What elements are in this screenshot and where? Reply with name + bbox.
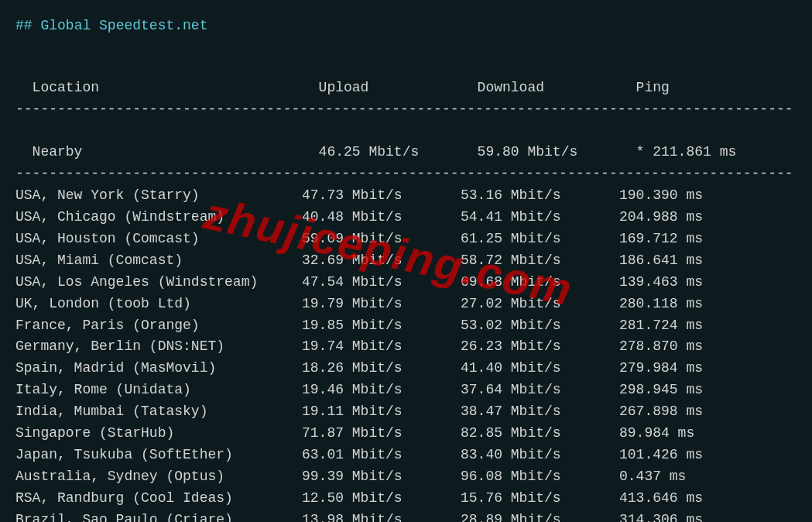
row-ping: 169.712 ms [619, 228, 703, 250]
row-upload: 47.73 Mbit/s [302, 185, 461, 207]
row-ping: 281.724 ms [619, 315, 703, 337]
row-upload: 40.48 Mbit/s [302, 207, 461, 228]
row-location: USA, Chicago (Windstream) [15, 207, 302, 228]
row-ping: 413.646 ms [619, 488, 703, 510]
nearby-location: Nearby [33, 142, 319, 163]
row-location: Italy, Rome (Unidata) [15, 379, 302, 401]
row-upload: 32.69 Mbit/s [302, 250, 461, 272]
table-row: RSA, Randburg (Cool Ideas)12.50 Mbit/s15… [15, 488, 797, 510]
row-ping: 314.306 ms [619, 510, 703, 522]
row-location: Germany, Berlin (DNS:NET) [15, 336, 302, 358]
row-location: India, Mumbai (Tatasky) [15, 401, 302, 423]
row-ping: 89.984 ms [619, 423, 694, 445]
row-download: 15.76 Mbit/s [461, 488, 619, 510]
table-row: France, Paris (Orange)19.85 Mbit/s53.02 … [15, 315, 797, 337]
row-ping: 279.984 ms [619, 358, 703, 379]
table-row: Italy, Rome (Unidata)19.46 Mbit/s37.64 M… [15, 379, 797, 401]
table-row: USA, Houston (Comcast)59.09 Mbit/s61.25 … [15, 228, 797, 250]
row-download: 37.64 Mbit/s [461, 379, 619, 401]
row-upload: 19.79 Mbit/s [302, 294, 461, 315]
row-ping: 0.437 ms [619, 466, 686, 488]
table-row: USA, Miami (Comcast)32.69 Mbit/s58.72 Mb… [15, 250, 797, 272]
row-location: Brazil, Sao Paulo (Criare) [15, 510, 302, 522]
table-row: Japan, Tsukuba (SoftEther)63.01 Mbit/s83… [15, 445, 797, 466]
row-upload: 18.26 Mbit/s [302, 358, 461, 379]
row-location: Australia, Sydney (Optus) [15, 466, 302, 488]
header-download: Download [478, 77, 636, 99]
nearby-download: 59.80 Mbit/s [478, 142, 636, 163]
nearby-ping: * 211.861 ms [636, 142, 737, 163]
row-upload: 13.98 Mbit/s [302, 510, 461, 522]
row-upload: 12.50 Mbit/s [302, 488, 461, 510]
table-row: Germany, Berlin (DNS:NET)19.74 Mbit/s26.… [15, 336, 797, 358]
row-upload: 47.54 Mbit/s [302, 272, 461, 294]
table-row: Australia, Sydney (Optus)99.39 Mbit/s96.… [15, 466, 797, 488]
header-upload: Upload [319, 77, 478, 99]
row-download: 54.41 Mbit/s [461, 207, 619, 228]
row-ping: 204.988 ms [619, 207, 703, 228]
nearby-upload: 46.25 Mbit/s [319, 142, 478, 163]
row-location: RSA, Randburg (Cool Ideas) [15, 488, 302, 510]
title-hash: ## [15, 18, 33, 33]
row-ping: 139.463 ms [619, 272, 703, 294]
row-location: USA, New York (Starry) [15, 185, 302, 207]
row-location: USA, Miami (Comcast) [15, 250, 302, 272]
row-upload: 19.11 Mbit/s [302, 401, 461, 423]
row-ping: 190.390 ms [619, 185, 703, 207]
page-title: ## Global Speedtest.net [15, 15, 797, 37]
separator-line: ----------------------------------------… [15, 99, 797, 121]
row-ping: 267.898 ms [619, 401, 703, 423]
row-location: Singapore (StarHub) [15, 423, 302, 445]
row-download: 83.40 Mbit/s [461, 445, 619, 466]
row-download: 27.02 Mbit/s [461, 294, 619, 315]
row-upload: 19.74 Mbit/s [302, 336, 461, 358]
table-row: USA, Chicago (Windstream)40.48 Mbit/s54.… [15, 207, 797, 228]
row-ping: 101.426 ms [619, 445, 703, 466]
row-download: 82.85 Mbit/s [461, 423, 619, 445]
table-row: Brazil, Sao Paulo (Criare)13.98 Mbit/s28… [15, 510, 797, 522]
row-ping: 280.118 ms [619, 294, 703, 315]
table-row: USA, New York (Starry)47.73 Mbit/s53.16 … [15, 185, 797, 207]
row-ping: 278.870 ms [619, 336, 703, 358]
row-ping: 186.641 ms [619, 250, 703, 272]
title-text: Global Speedtest.net [40, 18, 207, 33]
row-download: 53.16 Mbit/s [461, 185, 619, 207]
row-download: 38.47 Mbit/s [461, 401, 619, 423]
table-header-row: LocationUploadDownloadPing [15, 56, 797, 99]
row-download: 69.68 Mbit/s [461, 272, 619, 294]
row-location: Japan, Tsukuba (SoftEther) [15, 445, 302, 466]
separator-line: ----------------------------------------… [15, 163, 797, 185]
row-upload: 71.87 Mbit/s [302, 423, 461, 445]
row-download: 28.89 Mbit/s [461, 510, 619, 522]
row-download: 53.02 Mbit/s [461, 315, 619, 337]
row-download: 61.25 Mbit/s [461, 228, 619, 250]
row-download: 96.08 Mbit/s [461, 466, 619, 488]
row-upload: 19.85 Mbit/s [302, 315, 461, 337]
header-ping: Ping [636, 77, 670, 99]
row-location: UK, London (toob Ltd) [15, 294, 302, 315]
row-upload: 99.39 Mbit/s [302, 466, 461, 488]
table-row: India, Mumbai (Tatasky)19.11 Mbit/s38.47… [15, 401, 797, 423]
row-upload: 19.46 Mbit/s [302, 379, 461, 401]
row-ping: 298.945 ms [619, 379, 703, 401]
table-row: Spain, Madrid (MasMovil)18.26 Mbit/s41.4… [15, 358, 797, 379]
nearby-row: Nearby46.25 Mbit/s59.80 Mbit/s* 211.861 … [15, 121, 797, 164]
row-download: 41.40 Mbit/s [461, 358, 619, 379]
table-body: USA, New York (Starry)47.73 Mbit/s53.16 … [15, 185, 797, 522]
row-location: USA, Los Angeles (Windstream) [15, 272, 302, 294]
table-row: USA, Los Angeles (Windstream)47.54 Mbit/… [15, 272, 797, 294]
table-row: Singapore (StarHub)71.87 Mbit/s82.85 Mbi… [15, 423, 797, 445]
header-location: Location [33, 77, 319, 99]
row-download: 26.23 Mbit/s [461, 336, 619, 358]
row-location: France, Paris (Orange) [15, 315, 302, 337]
row-upload: 59.09 Mbit/s [302, 228, 461, 250]
row-download: 58.72 Mbit/s [461, 250, 619, 272]
row-location: Spain, Madrid (MasMovil) [15, 358, 302, 379]
table-row: UK, London (toob Ltd)19.79 Mbit/s27.02 M… [15, 294, 797, 315]
row-upload: 63.01 Mbit/s [302, 445, 461, 466]
row-location: USA, Houston (Comcast) [15, 228, 302, 250]
